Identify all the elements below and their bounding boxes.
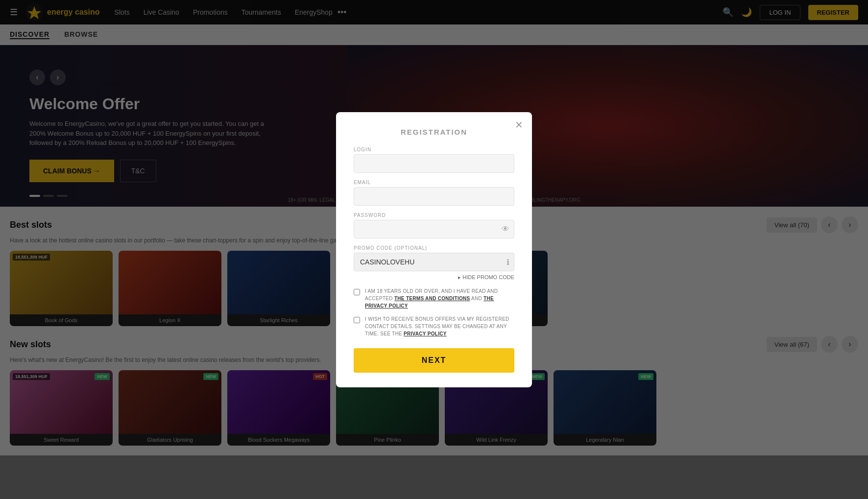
promo-field-group: PROMO CODE (OPTIONAL) ℹ ▸ HIDE PROMO COD…	[354, 245, 514, 281]
promo-info-icon[interactable]: ℹ	[506, 257, 509, 266]
password-field-group: PASSWORD 👁	[354, 213, 514, 238]
login-field-group: LOGIN	[354, 147, 514, 173]
bonus-label: I WISH TO RECEIVE BONUS OFFERS VIA MY RE…	[365, 315, 514, 337]
password-input-wrapper: 👁	[354, 220, 514, 238]
modal-close-button[interactable]: ✕	[515, 119, 523, 131]
registration-modal: REGISTRATION ✕ LOGIN EMAIL PASSWORD 👁 PR…	[336, 112, 532, 387]
tos-label: I AM 18 YEARS OLD OR OVER, AND I HAVE RE…	[365, 287, 514, 309]
password-eye-icon[interactable]: 👁	[502, 225, 509, 234]
promo-toggle[interactable]: ▸ HIDE PROMO CODE	[354, 274, 514, 281]
login-input[interactable]	[354, 154, 514, 173]
modal-title: REGISTRATION	[354, 128, 514, 136]
promo-label: PROMO CODE (OPTIONAL)	[354, 245, 514, 251]
tos-link[interactable]: THE TERMS AND CONDITIONS	[394, 296, 470, 301]
login-label: LOGIN	[354, 147, 514, 152]
next-button[interactable]: NEXT	[354, 348, 514, 373]
modal-overlay[interactable]: REGISTRATION ✕ LOGIN EMAIL PASSWORD 👁 PR…	[0, 0, 868, 499]
privacy-policy-link-2[interactable]: PRIVACY POLICY	[404, 331, 447, 336]
promo-input-wrapper: ℹ	[354, 253, 514, 271]
email-input[interactable]	[354, 187, 514, 206]
promo-input[interactable]	[354, 253, 514, 271]
email-field-group: EMAIL	[354, 180, 514, 206]
password-label: PASSWORD	[354, 213, 514, 218]
tos-checkbox[interactable]	[354, 289, 360, 295]
tos-checkbox-group: I AM 18 YEARS OLD OR OVER, AND I HAVE RE…	[354, 287, 514, 309]
bonus-checkbox[interactable]	[354, 317, 360, 323]
password-input[interactable]	[354, 220, 514, 238]
email-label: EMAIL	[354, 180, 514, 185]
bonus-checkbox-group: I WISH TO RECEIVE BONUS OFFERS VIA MY RE…	[354, 315, 514, 337]
